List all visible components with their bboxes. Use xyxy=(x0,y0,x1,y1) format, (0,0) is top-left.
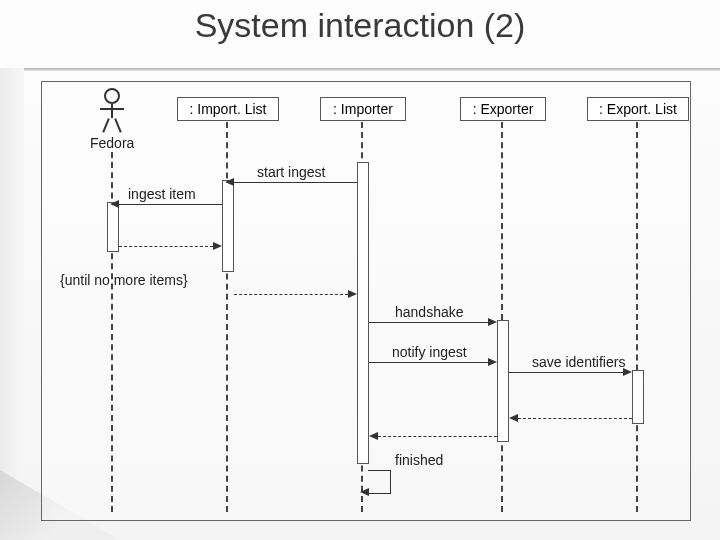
arrowhead-exporter-return xyxy=(369,432,378,440)
actor-fedora-label: Fedora xyxy=(90,135,134,151)
arrowhead-ingest-return xyxy=(213,242,222,250)
label-handshake: handshake xyxy=(395,304,464,320)
arrow-ingest-return xyxy=(119,246,213,247)
arrowhead-importlist-return xyxy=(348,290,357,298)
arrowhead-finished xyxy=(360,488,369,496)
arrow-start-ingest xyxy=(234,182,357,183)
label-loop-guard: {until no more items} xyxy=(60,272,188,288)
label-save-identifiers: save identifiers xyxy=(532,354,625,370)
arrow-exporter-return xyxy=(378,436,497,437)
arrow-ingest-item xyxy=(119,204,222,205)
label-ingest-item: ingest item xyxy=(128,186,196,202)
actor-fedora-icon xyxy=(97,88,127,132)
decor-bar-left xyxy=(0,68,24,540)
slide: System interaction (2) Fedora : Import. … xyxy=(0,0,720,540)
page-title: System interaction (2) xyxy=(0,6,720,45)
arrow-notify-ingest xyxy=(369,362,488,363)
activation-fedora xyxy=(107,202,119,252)
arrowhead-handshake xyxy=(488,318,497,326)
participant-export-list: : Export. List xyxy=(587,97,689,121)
arrowhead-start-ingest xyxy=(225,178,234,186)
participant-exporter: : Exporter xyxy=(460,97,546,121)
label-notify-ingest: notify ingest xyxy=(392,344,467,360)
arrow-importlist-return xyxy=(234,294,348,295)
activation-exporter xyxy=(497,320,509,442)
arrow-save-identifiers xyxy=(509,372,623,373)
activation-importer xyxy=(357,162,369,464)
arrowhead-exportlist-return xyxy=(509,414,518,422)
diagram-frame: Fedora : Import. List : Importer : Expor… xyxy=(41,81,691,521)
activation-import-list xyxy=(222,180,234,272)
arrow-exportlist-return xyxy=(518,418,632,419)
lifeline-exporter xyxy=(501,122,503,512)
lifeline-export-list xyxy=(636,122,638,512)
self-message-finished xyxy=(368,470,391,494)
activation-export-list xyxy=(632,370,644,424)
arrow-handshake xyxy=(369,322,488,323)
arrowhead-ingest-item xyxy=(110,200,119,208)
label-finished: finished xyxy=(395,452,443,468)
participant-import-list: : Import. List xyxy=(177,97,279,121)
participant-importer: : Importer xyxy=(320,97,406,121)
label-start-ingest: start ingest xyxy=(257,164,325,180)
arrowhead-notify-ingest xyxy=(488,358,497,366)
decor-bar-top xyxy=(0,68,720,71)
